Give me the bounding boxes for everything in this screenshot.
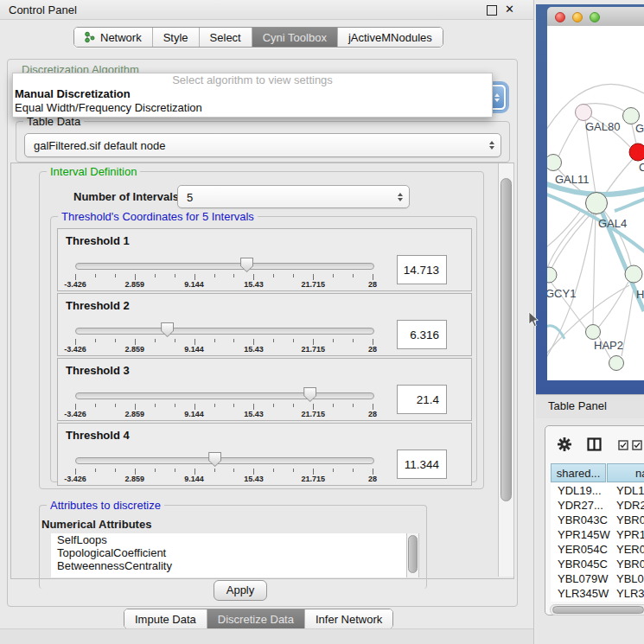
network-node[interactable] xyxy=(586,325,601,340)
tab-label: Network xyxy=(100,31,142,44)
table-panel-inner: shared... na YDL19...YDL1YDR27...YDR2YBR… xyxy=(545,425,644,615)
attributes-list-scrollbar[interactable] xyxy=(406,533,419,577)
threshold-value-field[interactable]: 11.344 xyxy=(397,450,447,479)
tick-label: 28 xyxy=(354,475,392,483)
network-icon xyxy=(85,31,95,43)
algorithm-dropdown-popup: Select algorithm to view settings Manual… xyxy=(12,73,493,118)
tick-mark xyxy=(233,274,234,277)
close-icon[interactable]: ✕ xyxy=(505,3,514,16)
slider-track[interactable] xyxy=(75,392,374,399)
table-row[interactable]: YDL19...YDL1 xyxy=(551,483,644,498)
slider-thumb[interactable] xyxy=(303,387,316,402)
network-node[interactable] xyxy=(547,267,557,283)
float-window-icon[interactable] xyxy=(487,5,497,16)
tab-network[interactable]: Network xyxy=(74,28,153,47)
attribute-list-item[interactable]: BetweennessCentrality xyxy=(51,559,406,572)
tick-mark xyxy=(333,274,334,277)
network-edge-highlighted[interactable] xyxy=(615,199,644,211)
network-canvas[interactable]: GAL80GAGAL11CGAL4GCY1HHAP2 xyxy=(547,26,644,380)
dropdown-option[interactable]: Equal Width/Frequency Discretization xyxy=(13,101,492,115)
thresholds-group-title: Threshold's Coordinates for 5 Intervals xyxy=(58,210,258,223)
network-node-label: GAL4 xyxy=(598,217,627,230)
tick-mark xyxy=(175,274,175,277)
network-node[interactable] xyxy=(609,356,624,371)
slider-track[interactable] xyxy=(75,263,374,270)
dropdown-option[interactable]: Manual Discretization xyxy=(13,87,492,101)
table-row[interactable]: YLR345WYLR3 xyxy=(551,586,644,601)
table-row[interactable]: YPR145WYPR1 xyxy=(551,527,644,542)
tab-impute-data[interactable]: Impute Data xyxy=(124,609,207,628)
slider-thumb[interactable] xyxy=(208,452,221,467)
tab-jactivemnodules[interactable]: jActiveMNodules xyxy=(338,28,443,47)
attribute-list-item[interactable]: TopologicalCoefficient xyxy=(51,546,406,559)
apply-button[interactable]: Apply xyxy=(214,580,267,601)
table-row[interactable]: YER054CYER0 xyxy=(551,542,644,557)
checkbox-icon[interactable] xyxy=(618,440,629,450)
network-graph[interactable]: GAL80GAGAL11CGAL4GCY1HHAP2 xyxy=(547,26,644,380)
checkbox-icon[interactable] xyxy=(632,440,643,450)
cell-shared-name: YDL19... xyxy=(558,483,602,498)
tab-style[interactable]: Style xyxy=(153,28,200,47)
column-header-name[interactable]: na xyxy=(607,463,644,482)
tick-mark xyxy=(233,404,234,407)
mouse-cursor-icon xyxy=(528,312,540,328)
attribute-list-item[interactable]: SelfLoops xyxy=(51,533,406,546)
tick-mark xyxy=(214,404,215,407)
table-row[interactable]: YBR045CYBR0 xyxy=(551,557,644,571)
table-row[interactable]: YIL052CYIL0 xyxy=(551,601,644,602)
tab-discretize-data[interactable]: Discretize Data xyxy=(207,609,305,628)
slider-thumb[interactable] xyxy=(240,258,253,272)
combo-stepper-icon[interactable] xyxy=(398,193,403,201)
minimize-traffic-light-icon[interactable] xyxy=(572,12,583,22)
tick-mark xyxy=(194,469,195,475)
column-header-shared[interactable]: shared... xyxy=(551,463,606,482)
split-view-icon[interactable] xyxy=(587,437,602,451)
tick-mark xyxy=(95,404,96,407)
tick-mark xyxy=(155,469,156,472)
network-node[interactable] xyxy=(586,193,608,214)
tick-mark xyxy=(233,469,234,472)
settings-scrollbar-thumb[interactable] xyxy=(501,178,512,501)
table-row[interactable]: YBL079WYBL0 xyxy=(551,571,644,586)
number-of-intervals-combobox[interactable]: 5 xyxy=(177,185,410,208)
tick-mark xyxy=(135,404,136,410)
threshold-value-field[interactable]: 14.713 xyxy=(397,255,447,284)
numerical-attributes-list[interactable]: SelfLoopsTopologicalCoefficientBetweenne… xyxy=(51,533,406,577)
network-edge[interactable] xyxy=(622,283,634,356)
network-node[interactable] xyxy=(629,143,644,161)
table-row[interactable]: YBR043CYBR0 xyxy=(551,513,644,527)
slider-track[interactable] xyxy=(75,457,374,464)
network-node[interactable] xyxy=(625,265,642,283)
tab-cyni-toolbox[interactable]: Cyni Toolbox xyxy=(252,28,338,47)
table-row[interactable]: YDR27...YDR2 xyxy=(551,498,644,513)
combo-stepper-icon[interactable] xyxy=(489,141,494,150)
interval-definition-title: Interval Definition xyxy=(47,165,140,178)
threshold-value-field[interactable]: 21.4 xyxy=(397,385,447,414)
gear-icon[interactable] xyxy=(558,437,571,451)
table-rows[interactable]: YDL19...YDL1YDR27...YDR2YBR043CYBR0YPR14… xyxy=(551,483,644,602)
network-edge[interactable] xyxy=(551,213,592,270)
close-traffic-light-icon[interactable] xyxy=(555,12,565,22)
table-hscrollbar-thumb[interactable] xyxy=(552,606,644,614)
network-node[interactable] xyxy=(576,105,592,121)
slider-track[interactable] xyxy=(75,328,374,335)
threshold-row: Threshold 2-3.4262.8599.14415.4321.71528… xyxy=(57,293,472,356)
tab-select[interactable]: Select xyxy=(200,28,252,47)
attributes-scrollbar-thumb[interactable] xyxy=(408,535,418,573)
slider-thumb[interactable] xyxy=(161,322,174,337)
screen: Control Panel ✕ NetworkStyleSelectCyni T… xyxy=(0,0,644,644)
threshold-value-field[interactable]: 6.316 xyxy=(397,320,447,349)
tab-infer-network[interactable]: Infer Network xyxy=(305,609,392,628)
tick-label: 9.144 xyxy=(175,410,214,418)
table-data-combobox[interactable]: galFiltered.sif default node xyxy=(24,133,501,157)
network-edge[interactable] xyxy=(558,118,579,156)
table-hscrollbar[interactable] xyxy=(550,604,644,615)
settings-panel-scrollbar[interactable] xyxy=(498,163,514,577)
zoom-traffic-light-icon[interactable] xyxy=(590,12,600,22)
network-node[interactable] xyxy=(547,155,562,171)
tick-mark xyxy=(75,469,76,475)
tick-mark xyxy=(333,404,334,407)
tick-mark xyxy=(95,339,96,342)
control-panel-title: Control Panel xyxy=(9,3,77,16)
network-node-label: GAL80 xyxy=(585,120,620,133)
